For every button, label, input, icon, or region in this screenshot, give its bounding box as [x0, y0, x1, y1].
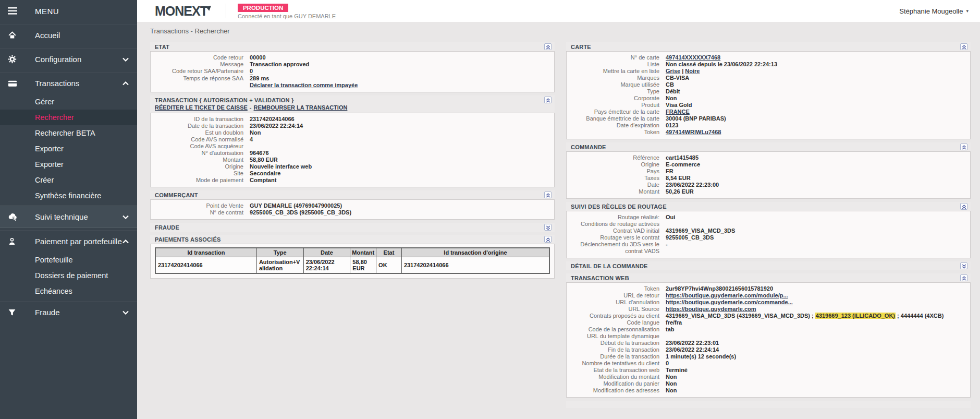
value-link[interactable]: https://boutique.guydemarle.com: [666, 306, 756, 312]
value-link[interactable]: 497414XXXXXX7468: [666, 54, 720, 61]
environment-block: PRODUCTION Connecté en tant que GUY DEMA…: [238, 3, 336, 19]
sidebar-item-label: Gérer: [35, 98, 54, 106]
field-row: Référencecart1415485: [571, 154, 966, 161]
value-text: 9255005_CB_3DS (9255005_CB_3DS): [250, 209, 351, 216]
field-label: Token: [571, 285, 659, 292]
value-link[interactable]: 497414WRlWLu7468: [666, 129, 721, 135]
value-text: E-commerce: [666, 161, 700, 167]
value-link[interactable]: https://boutique.guydemarle.com/commande…: [666, 299, 793, 305]
collapse-toggle[interactable]: [960, 43, 967, 50]
value-text: Non: [666, 380, 677, 387]
user-menu[interactable]: Stéphanie Mougeolle ▾: [899, 7, 980, 15]
value-link[interactable]: Déclarer la transaction comme impayée: [250, 82, 358, 88]
sidebar-item-exporter[interactable]: Exporter: [0, 157, 137, 172]
field-label: Code AVS acquéreur: [155, 143, 243, 150]
chevrons-down-icon: [546, 223, 550, 232]
panel-header-row: FRAUDE: [150, 223, 555, 232]
sidebar-item-portefeuille[interactable]: Portefeuille: [0, 252, 137, 268]
collapse-toggle[interactable]: [960, 143, 967, 150]
value-text: fre/fra: [666, 319, 682, 326]
panel-paiements-associes: PAIEMENTS ASSOCIÉSId transactionTypeDate…: [150, 235, 555, 279]
actions-separator: -: [250, 104, 252, 111]
field-row: Marque utiliséeCB: [571, 81, 966, 88]
sidebar-item-label: Accueil: [35, 31, 60, 40]
sidebar-item-paiement-par-portefeuille[interactable]: Paiement par portefeuille: [0, 230, 137, 252]
value-text: Non: [666, 387, 677, 393]
sidebar-item-label: Configuration: [35, 55, 81, 64]
field-value: 23174202414066: [250, 116, 550, 123]
field-row: CorporateNon: [571, 95, 966, 102]
table-row[interactable]: 23174202414066Autorisation+Validation23/…: [155, 257, 549, 274]
value-link[interactable]: https://boutique.guydemarle.com/module/p…: [666, 292, 788, 298]
chevron-down-icon: [123, 57, 129, 62]
sidebar-item-creer[interactable]: Créer: [0, 172, 137, 188]
sidebar-item-rechercher[interactable]: Rechercher: [0, 110, 137, 125]
field-value: Non: [666, 95, 966, 102]
collapse-toggle[interactable]: [544, 191, 552, 198]
sidebar-nav: AccueilConfigurationTransactionsGérerRec…: [0, 24, 137, 323]
field-row: Date23/06/2022 22:23:00: [571, 182, 966, 188]
value-text: 23174202414066: [250, 116, 295, 122]
sidebar-menu-header[interactable]: MENU: [0, 0, 137, 22]
field-value: GUY DEMARLE (49769047900025): [250, 202, 550, 209]
caret-down-icon: ▾: [966, 8, 969, 14]
collapse-toggle[interactable]: [960, 274, 967, 281]
field-row: N° d'autorisation964676: [155, 150, 550, 157]
sidebar-item-accueil[interactable]: Accueil: [0, 24, 137, 46]
field-label: Point de Vente: [155, 202, 243, 209]
sidebar-item-synthese-financiere[interactable]: Synthèse financière: [0, 188, 137, 203]
value-link[interactable]: FRANCE: [666, 109, 690, 115]
collapse-toggle[interactable]: [960, 203, 967, 210]
panel-header-row: CARTE: [566, 42, 971, 51]
field-label: Marque utilisée: [571, 81, 659, 88]
field-value: Non: [250, 129, 550, 136]
field-label: Date de la transaction: [155, 123, 243, 129]
panel-body: Routage réalisé:OuiConditions de routage…: [566, 211, 971, 258]
value-text: Débit: [666, 88, 680, 94]
sidebar-item-fraude[interactable]: Fraude: [0, 301, 137, 323]
field-value: 00000: [250, 54, 550, 61]
field-label: Site: [155, 170, 243, 177]
value-text: tab: [666, 326, 675, 332]
field-label: Déclenchement du 3DS vers le contrat VAD…: [571, 241, 659, 255]
sidebar-item-label: Portefeuille: [35, 256, 73, 264]
value-text: 23/06/2022 22:23:01: [666, 340, 719, 346]
value-link[interactable]: Grise: [666, 68, 680, 74]
collapse-toggle[interactable]: [544, 236, 552, 243]
user-name: Stéphanie Mougeolle: [899, 7, 963, 15]
sidebar-item-label: Paiement par portefeuille: [35, 237, 122, 246]
value-text: FR: [666, 168, 673, 174]
panel-body: Code retour00000MessageTransaction appro…: [150, 51, 555, 92]
field-row: Conditions de routage activées: [571, 221, 966, 228]
field-row: ProduitVisa Gold: [571, 102, 966, 109]
hamburger-icon[interactable]: [0, 7, 35, 15]
collapse-toggle[interactable]: [544, 43, 552, 50]
value-link[interactable]: Noire: [685, 68, 700, 74]
monext-logo[interactable]: MONEXT: [155, 4, 212, 19]
sidebar-item-exporter[interactable]: Exporter: [0, 141, 137, 157]
collapse-toggle[interactable]: [960, 262, 967, 269]
panel-action-link[interactable]: RÉEDITER LE TICKET DE CAISSE: [155, 104, 248, 111]
collapse-toggle[interactable]: [544, 97, 552, 103]
value-text: 00000: [250, 54, 266, 61]
sidebar-item-transactions[interactable]: Transactions: [0, 72, 137, 94]
value-text: 4: [250, 136, 253, 142]
collapse-toggle[interactable]: [544, 224, 552, 231]
field-label: Code retour: [155, 54, 243, 61]
sidebar-item-suivi-technique[interactable]: Suivi technique: [0, 206, 137, 228]
sidebar-item-echeances[interactable]: Echéances: [0, 283, 137, 299]
value-text: 9255005_CB_3DS: [666, 234, 714, 241]
field-row: Durée de la transaction1 minute(s) 12 se…: [571, 353, 966, 360]
sidebar-item-rechercher-beta[interactable]: Rechercher BETA: [0, 125, 137, 141]
panel-action-link[interactable]: REMBOURSER LA TRANSACTION: [254, 104, 348, 111]
value-text: -: [666, 241, 668, 247]
field-row: Montant58,80 EUR: [155, 157, 550, 163]
table-cell: 23/06/2022 22:24:14: [303, 257, 350, 274]
field-value: CB: [666, 81, 966, 88]
field-row: Date d'expiration0123: [571, 122, 966, 129]
field-row: Banque émettrice de la carte30004 (BNP P…: [571, 115, 966, 122]
sidebar-item-configuration[interactable]: Configuration: [0, 48, 137, 70]
sidebar-item-gerer[interactable]: Gérer: [0, 94, 137, 110]
value-text: 2ur98YP7hvi4Wnp380021656015781920: [666, 285, 773, 292]
sidebar-item-dossiers-de-paiement[interactable]: Dossiers de paiement: [0, 268, 137, 283]
